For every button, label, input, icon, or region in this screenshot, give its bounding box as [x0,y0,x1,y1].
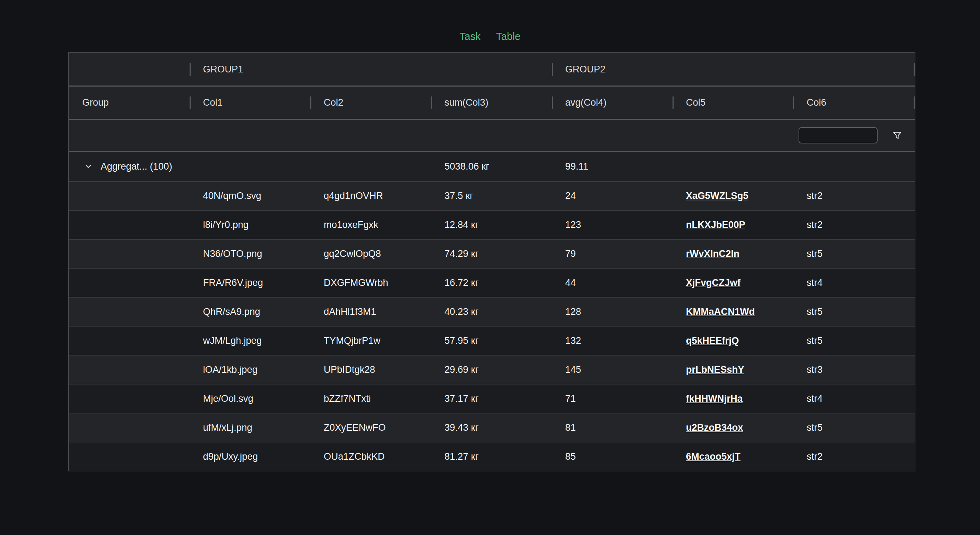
cell-col6: str5 [793,297,915,326]
cell-sum-col3: 39.43 кг [431,414,552,442]
table-row: 40N/qmO.svgq4gd1nOVHR37.5 кг24XaG5WZLSg5… [69,182,915,211]
table-row: d9p/Uxy.jpegOUa1ZCbkKD81.27 кг856Mcaoo5x… [69,442,915,471]
cell-col5: nLKXJbE00P [673,211,793,239]
col5-link[interactable]: q5kHEEfrjQ [686,335,739,346]
cell-col1: ufM/xLj.png [189,414,310,442]
cell-group-empty [69,182,189,210]
cell-col6: str4 [793,268,915,297]
cell-avg-col4: 44 [552,268,673,297]
group-header-group1: GROUP1 [189,53,552,86]
cell-avg-col4: 24 [552,182,673,210]
column-header-col2[interactable]: Col2 [310,86,431,119]
column-header-col1[interactable]: Col1 [189,86,310,119]
aggregate-row: Aggregat... (100) 5038.06 кг 99.11 [69,152,915,182]
filter-row [69,120,915,152]
cell-col6: str5 [793,326,915,355]
col5-link[interactable]: 6Mcaoo5xjT [686,451,741,462]
cell-col2: q4gd1nOVHR [310,182,431,210]
cell-col1: QhR/sA9.png [189,297,310,326]
cell-sum-col3: 81.27 кг [431,442,552,471]
cell-avg-col4: 128 [552,297,673,326]
cell-col2: bZZf7NTxti [310,385,431,413]
col5-link[interactable]: prLbNESshY [686,364,744,375]
cell-col2: Z0XyEENwFO [310,414,431,442]
aggregate-avg-col4: 99.11 [552,152,673,181]
chevron-down-icon[interactable] [84,163,92,170]
col5-link[interactable]: nLKXJbE00P [686,219,745,230]
table-row: QhR/sA9.pngdAhHl1f3M140.23 кг128KMMaACN1… [69,297,915,326]
cell-group-empty [69,326,189,355]
cell-col2: gq2CwlOpQ8 [310,240,431,268]
cell-group-empty [69,240,189,268]
column-header-col6[interactable]: Col6 [793,86,915,119]
table-row: N36/OTO.pnggq2CwlOpQ874.29 кг79rWvXInC2l… [69,240,915,268]
table-row: Mje/Ool.svgbZZf7NTxti37.17 кг71fkHHWNjrH… [69,385,915,414]
cell-avg-col4: 132 [552,326,673,355]
aggregate-col6 [793,152,915,181]
top-nav: Task Table [0,30,980,42]
aggregate-group-cell: Aggregat... (100) [69,152,189,181]
column-header-group[interactable]: Group [69,86,189,119]
col5-link[interactable]: XaG5WZLSg5 [686,190,748,201]
cell-col2: DXGFMGWrbh [310,268,431,297]
filter-input[interactable] [799,127,878,144]
cell-group-empty [69,385,189,413]
cell-col6: str2 [793,211,915,239]
column-header-avg-col4[interactable]: avg(Col4) [552,86,673,119]
col5-link[interactable]: u2BzoB34ox [686,422,743,433]
cell-col6: str5 [793,240,915,268]
nav-link-task[interactable]: Task [460,30,481,42]
col5-link[interactable]: rWvXInC2ln [686,248,740,259]
table-row: wJM/Lgh.jpegTYMQjbrP1w57.95 кг132q5kHEEf… [69,326,915,356]
data-grid: GROUP1 GROUP2 Group Col1 Col2 sum(Col3) … [68,52,915,471]
cell-avg-col4: 85 [552,442,673,471]
aggregate-sum-col3: 5038.06 кг [431,152,552,181]
cell-sum-col3: 74.29 кг [431,240,552,268]
cell-col2: UPbIDtgk28 [310,356,431,384]
cell-col2: dAhHl1f3M1 [310,297,431,326]
column-header-col5[interactable]: Col5 [673,86,793,119]
cell-col5: q5kHEEfrjQ [673,326,793,355]
cell-col5: fkHHWNjrHa [673,385,793,413]
cell-avg-col4: 81 [552,414,673,442]
cell-sum-col3: 37.5 кг [431,182,552,210]
table-row: l8i/Yr0.pngmo1oxeFgxk12.84 кг123nLKXJbE0… [69,211,915,240]
cell-col5: rWvXInC2ln [673,240,793,268]
cell-group-empty [69,268,189,297]
cell-avg-col4: 123 [552,211,673,239]
cell-group-empty [69,414,189,442]
group-header-row: GROUP1 GROUP2 [69,53,915,86]
cell-col6: str4 [793,385,915,413]
cell-group-empty [69,442,189,471]
cell-col5: KMMaACN1Wd [673,297,793,326]
aggregate-label: Aggregat... (100) [100,161,172,172]
cell-avg-col4: 145 [552,356,673,384]
cell-col5: prLbNESshY [673,356,793,384]
cell-col1: lOA/1kb.jpeg [189,356,310,384]
group-header-empty [69,53,189,86]
cell-sum-col3: 37.17 кг [431,385,552,413]
cell-avg-col4: 71 [552,385,673,413]
group-header-group2: GROUP2 [552,53,915,86]
col5-link[interactable]: fkHHWNjrHa [686,393,743,404]
cell-col6: str2 [793,182,915,210]
nav-link-table[interactable]: Table [496,30,520,42]
cell-col2: TYMQjbrP1w [310,326,431,355]
cell-col1: wJM/Lgh.jpeg [189,326,310,355]
col5-link[interactable]: KMMaACN1Wd [686,307,755,317]
cell-sum-col3: 57.95 кг [431,326,552,355]
cell-group-empty [69,297,189,326]
cell-sum-col3: 12.84 кг [431,211,552,239]
aggregate-col5 [673,152,793,181]
cell-sum-col3: 16.72 кг [431,268,552,297]
cell-col2: OUa1ZCbkKD [310,442,431,471]
filter-funnel-icon[interactable] [892,131,902,140]
cell-sum-col3: 40.23 кг [431,297,552,326]
column-header-sum-col3[interactable]: sum(Col3) [431,86,552,119]
cell-sum-col3: 29.69 кг [431,356,552,384]
cell-col1: Mje/Ool.svg [189,385,310,413]
cell-col5: 6Mcaoo5xjT [673,442,793,471]
table-row: lOA/1kb.jpegUPbIDtgk2829.69 кг145prLbNES… [69,356,915,385]
cell-col6: str3 [793,356,915,384]
col5-link[interactable]: XjFvgCZJwf [686,277,741,288]
